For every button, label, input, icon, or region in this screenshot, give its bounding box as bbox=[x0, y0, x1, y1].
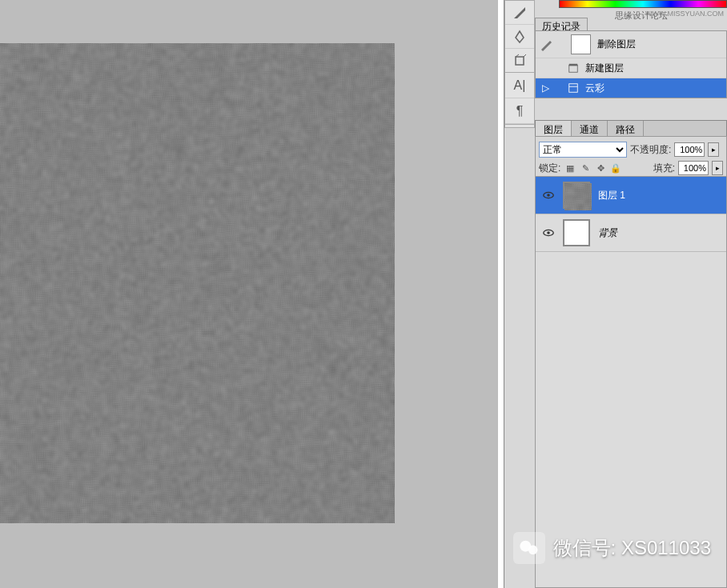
history-item-label: 新建图层 bbox=[585, 62, 624, 75]
watermark-text-url: WWW.MISSYUAN.COM bbox=[645, 10, 724, 18]
blend-mode-select[interactable]: 正常 bbox=[539, 142, 627, 158]
lock-brush-icon[interactable]: ✎ bbox=[579, 162, 592, 174]
svg-rect-0 bbox=[516, 57, 524, 65]
layer-thumbnail[interactable] bbox=[563, 182, 590, 209]
wechat-icon bbox=[513, 532, 545, 564]
opacity-label: 不透明度: bbox=[630, 143, 671, 157]
snapshot-thumbnail bbox=[571, 34, 591, 54]
paragraph-tool-icon[interactable]: ¶ bbox=[505, 98, 534, 124]
fill-input[interactable] bbox=[678, 161, 709, 175]
canvas-area bbox=[0, 0, 498, 588]
canvas-edge bbox=[498, 0, 504, 588]
vertical-tool-strip: A| ¶ bbox=[504, 72, 535, 125]
layers-controls: 正常 不透明度: ▸ 锁定: ▦ ✎ ✥ 🔒 填充: ▸ bbox=[535, 136, 727, 181]
filter-icon bbox=[566, 81, 580, 95]
svg-line-2 bbox=[524, 54, 526, 57]
lock-label: 锁定: bbox=[539, 162, 560, 175]
text-tool-icon[interactable]: A| bbox=[505, 73, 534, 98]
history-item[interactable]: 新建图层 bbox=[536, 58, 726, 78]
lock-all-icon[interactable]: 🔒 bbox=[609, 162, 622, 174]
svg-point-12 bbox=[528, 546, 537, 555]
brush-icon bbox=[539, 38, 553, 52]
history-marker-icon: ▷ bbox=[542, 82, 550, 94]
layer-icon bbox=[566, 61, 580, 75]
history-item-label: 云彩 bbox=[585, 82, 604, 95]
svg-point-10 bbox=[547, 231, 550, 234]
wechat-overlay: 微信号: XS011033 bbox=[513, 532, 711, 564]
history-snapshot[interactable]: 删除图层 bbox=[536, 31, 726, 58]
wechat-label: 微信号: XS011033 bbox=[553, 535, 711, 561]
panels-dock: A| ¶ 思缘设计论坛 WWW.MISSYUAN.COM 历史记录 删除图层 新… bbox=[504, 0, 727, 588]
svg-point-8 bbox=[547, 194, 550, 197]
color-ramp[interactable] bbox=[559, 0, 727, 8]
visibility-eye-icon[interactable] bbox=[540, 187, 556, 203]
visibility-eye-icon[interactable] bbox=[540, 225, 556, 241]
layers-list: 图层 1 背景 bbox=[535, 176, 727, 588]
layer-name[interactable]: 图层 1 bbox=[598, 189, 625, 202]
snapshot-label: 删除图层 bbox=[597, 38, 636, 51]
opacity-arrow-icon[interactable]: ▸ bbox=[708, 142, 719, 157]
gradient-tool-icon[interactable] bbox=[505, 1, 534, 25]
fill-arrow-icon[interactable]: ▸ bbox=[712, 161, 723, 175]
lock-move-icon[interactable]: ✥ bbox=[594, 162, 607, 174]
opacity-input[interactable] bbox=[674, 142, 705, 157]
svg-rect-5 bbox=[569, 84, 578, 93]
document-canvas[interactable] bbox=[0, 43, 395, 523]
layer-name[interactable]: 背景 bbox=[598, 226, 617, 240]
history-item[interactable]: ▷ 云彩 bbox=[536, 78, 726, 98]
svg-rect-3 bbox=[569, 66, 578, 73]
fill-label: 填充: bbox=[653, 162, 675, 175]
3d-tool-icon[interactable] bbox=[505, 49, 534, 73]
lock-transparent-icon[interactable]: ▦ bbox=[564, 162, 576, 174]
layer-row[interactable]: 图层 1 bbox=[536, 177, 726, 214]
pen-tool-icon[interactable] bbox=[505, 25, 534, 49]
layer-thumbnail[interactable] bbox=[563, 219, 590, 246]
history-panel: 删除图层 新建图层 ▷ 云彩 bbox=[535, 30, 727, 98]
svg-rect-4 bbox=[569, 64, 578, 66]
layer-row[interactable]: 背景 bbox=[536, 214, 726, 252]
